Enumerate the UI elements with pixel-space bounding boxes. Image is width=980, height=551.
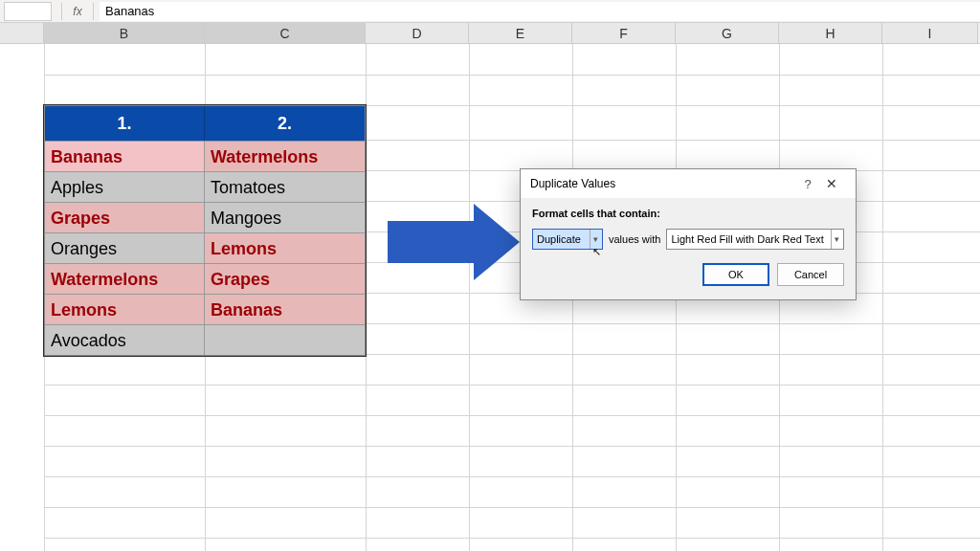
table-cell[interactable]: Lemons <box>45 295 205 324</box>
values-with-label: values with <box>609 233 660 245</box>
dialog-title: Duplicate Values <box>530 177 798 190</box>
select-all-corner[interactable] <box>0 23 44 43</box>
ok-button[interactable]: OK <box>702 263 769 286</box>
table-cell[interactable]: Lemons <box>205 233 365 263</box>
duplicate-values-dialog: Duplicate Values ? ✕ Format cells that c… <box>520 168 857 300</box>
table-header-cell: 1. <box>45 106 205 141</box>
col-header[interactable]: F <box>572 23 676 43</box>
col-header[interactable]: E <box>469 23 572 43</box>
cell-grid[interactable]: 1. 2. BananasWatermelonsApplesTomatoesGr… <box>0 44 980 551</box>
table-cell[interactable]: Apples <box>45 172 205 202</box>
select-value: Light Red Fill with Dark Red Text <box>671 233 823 245</box>
chevron-down-icon: ▾ <box>831 230 839 249</box>
close-icon[interactable]: ✕ <box>817 176 846 191</box>
arrow-annotation <box>388 221 474 263</box>
dialog-label: Format cells that contain: <box>532 208 844 219</box>
formula-bar: fx <box>0 0 980 23</box>
divider <box>61 3 62 20</box>
divider <box>93 3 94 20</box>
col-header[interactable]: H <box>779 23 882 43</box>
table-row[interactable]: ApplesTomatoes <box>45 171 365 202</box>
table-row[interactable]: OrangesLemons <box>45 232 365 263</box>
col-header[interactable]: G <box>676 23 779 43</box>
table-row[interactable]: GrapesMangoes <box>45 202 365 232</box>
table-cell[interactable]: Grapes <box>45 203 205 232</box>
table-cell[interactable]: Tomatoes <box>205 172 365 202</box>
table-cell[interactable] <box>205 325 365 355</box>
help-icon[interactable]: ? <box>798 177 817 191</box>
dialog-titlebar[interactable]: Duplicate Values ? ✕ <box>521 169 856 198</box>
table-cell[interactable]: Oranges <box>45 233 205 263</box>
col-header[interactable]: B <box>44 23 205 43</box>
col-header[interactable]: I <box>882 23 978 43</box>
data-table-selection[interactable]: 1. 2. BananasWatermelonsApplesTomatoesGr… <box>44 105 366 356</box>
col-header[interactable]: D <box>366 23 469 43</box>
table-row[interactable]: BananasWatermelons <box>45 141 365 171</box>
table-cell[interactable]: Watermelons <box>45 264 205 294</box>
format-style-select[interactable]: Light Red Fill with Dark Red Text ▾ <box>666 229 844 250</box>
column-headers: B C D E F G H I <box>0 23 980 44</box>
chevron-down-icon: ▾ <box>590 230 598 249</box>
table-header-row: 1. 2. <box>45 106 365 141</box>
table-cell[interactable]: Watermelons <box>205 142 365 171</box>
name-box[interactable] <box>4 2 52 21</box>
table-cell[interactable]: Bananas <box>205 295 365 324</box>
table-row[interactable]: Avocados <box>45 324 365 355</box>
table-cell[interactable]: Bananas <box>45 142 205 171</box>
table-row[interactable]: LemonsBananas <box>45 294 365 324</box>
fx-icon[interactable]: fx <box>68 5 87 18</box>
table-cell[interactable]: Avocados <box>45 325 205 355</box>
table-cell[interactable]: Grapes <box>205 264 365 294</box>
table-header-cell: 2. <box>205 106 365 141</box>
formula-input[interactable] <box>100 2 980 21</box>
duplicate-type-select[interactable]: Duplicate ▾ <box>532 229 603 250</box>
cancel-button[interactable]: Cancel <box>777 263 844 286</box>
table-row[interactable]: WatermelonsGrapes <box>45 263 365 294</box>
col-header[interactable]: C <box>205 23 366 43</box>
select-value: Duplicate <box>537 233 581 245</box>
table-cell[interactable]: Mangoes <box>205 203 365 232</box>
